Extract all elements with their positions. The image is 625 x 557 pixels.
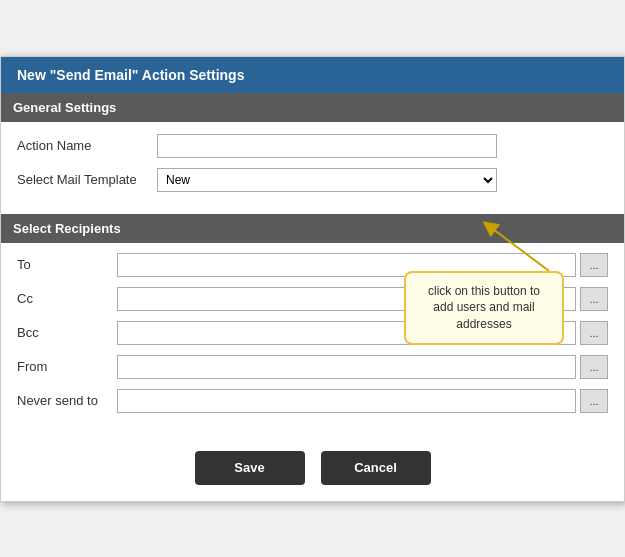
mail-template-select[interactable]: New [157, 168, 497, 192]
select-recipients-section: Select Recipients To ... [1, 214, 624, 435]
cancel-button[interactable]: Cancel [321, 451, 431, 485]
tooltip-container: click on this button to add users and ma… [404, 271, 564, 345]
from-input[interactable] [117, 355, 576, 379]
to-browse-button[interactable]: ... [580, 253, 608, 277]
general-settings-header: General Settings [1, 93, 624, 122]
cc-label: Cc [17, 291, 117, 306]
never-send-to-label: Never send to [17, 393, 117, 408]
save-button[interactable]: Save [195, 451, 305, 485]
bcc-browse-button[interactable]: ... [580, 321, 608, 345]
cc-browse-button[interactable]: ... [580, 287, 608, 311]
from-label: From [17, 359, 117, 374]
never-send-to-input[interactable] [117, 389, 576, 413]
select-recipients-body: To ... click on this [1, 243, 624, 435]
dialog-footer: Save Cancel [1, 435, 624, 501]
dialog-title-text: New "Send Email" Action Settings [17, 67, 244, 83]
action-name-label: Action Name [17, 138, 157, 153]
bcc-label: Bcc [17, 325, 117, 340]
action-name-row: Action Name [17, 134, 608, 158]
tooltip-box: click on this button to add users and ma… [404, 271, 564, 345]
mail-template-label: Select Mail Template [17, 172, 157, 187]
general-settings-body: Action Name Select Mail Template New [1, 122, 624, 214]
mail-template-row: Select Mail Template New [17, 168, 608, 192]
select-recipients-header: Select Recipients [1, 214, 624, 243]
dialog-title: New "Send Email" Action Settings [1, 57, 624, 93]
general-settings-section: General Settings Action Name Select Mail… [1, 93, 624, 214]
to-label: To [17, 257, 117, 272]
never-send-to-browse-button[interactable]: ... [580, 389, 608, 413]
never-send-to-row: Never send to ... [17, 389, 608, 413]
tooltip-text: click on this button to add users and ma… [428, 284, 540, 332]
action-name-input[interactable] [157, 134, 497, 158]
from-row: From ... [17, 355, 608, 379]
from-browse-button[interactable]: ... [580, 355, 608, 379]
dialog: New "Send Email" Action Settings General… [0, 56, 625, 502]
